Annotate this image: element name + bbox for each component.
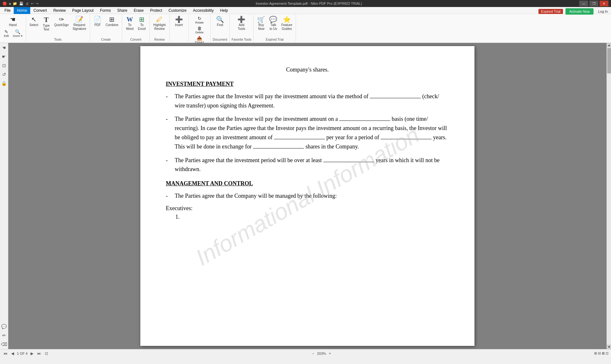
ribbon-group-review: 🖊 HighlightReview Review	[150, 15, 170, 42]
top-right-area: Expired Trial Activate Now Log In	[538, 8, 610, 15]
feature-guides-button[interactable]: ⭐ FeatureGuides	[280, 15, 294, 32]
ribbon-group-favoritetools: ➕ AddTools Favorite Tools	[230, 15, 254, 42]
menu-item-forms[interactable]: Forms	[97, 7, 114, 14]
activate-now-button[interactable]: Activate Now	[565, 8, 593, 15]
menu-item-file[interactable]: File	[1, 7, 14, 14]
buy-now-button[interactable]: 🛒 BuyNow	[256, 15, 267, 32]
sidebar-pointer-icon[interactable]: ☛	[1, 53, 7, 60]
zoom-tool-button[interactable]: 🔍 Zoom ▾	[11, 29, 24, 38]
ribbon: ☚ Hand ✎ Edit 🔍 Zoom ▾ ↖	[0, 14, 611, 43]
menu-item-convert[interactable]: Convert	[30, 7, 50, 14]
minimize-button[interactable]: —	[579, 1, 588, 6]
pdf-section2-bullet: - The Parties agree that the Company wil…	[166, 191, 449, 201]
ribbon-group-document: 🔍 Find Document	[211, 15, 230, 42]
window-controls[interactable]: — ❐ ✕	[579, 1, 608, 6]
quicksign-button[interactable]: ✑ QuickSign	[53, 15, 70, 28]
pdf-icon: 📄	[94, 16, 102, 23]
sidebar-hand-icon[interactable]: ☚	[1, 44, 7, 51]
zoom-in-button[interactable]: +	[328, 351, 332, 356]
menu-item-protect[interactable]: Protect	[147, 7, 165, 14]
scrollbar-right[interactable]: ▲ ▼	[607, 43, 611, 349]
rotate-icon: ↻	[198, 16, 201, 21]
pdf-bullet-2: - The Parties agree that the Investor wi…	[166, 114, 449, 151]
review-group-label: Review	[152, 38, 167, 41]
select-icon: ↖	[31, 16, 37, 23]
select-tool-button[interactable]: ↖ Select	[28, 15, 40, 28]
combine-button[interactable]: ⊞ Combine	[104, 15, 120, 28]
combine-icon: ⊞	[109, 16, 115, 23]
zoom-out-button[interactable]: −	[311, 351, 315, 356]
pdf-viewer[interactable]: Informational Information Company's shar…	[8, 43, 607, 349]
status-bar: ⏮ ◀ 1 OF 4 ▶ ⏭ ⊡ − 203% + ⊞ ⊟ ⊠ ⊡	[0, 349, 611, 357]
title-bar: 🔴■📁💾🖨↩↪ Investor-Agreement-Template.pdf …	[0, 0, 611, 7]
menu-item-pagelayout[interactable]: Page Layout	[69, 7, 97, 14]
sidebar-lock-icon[interactable]: 🔒	[0, 80, 8, 87]
sidebar-zoom-icon[interactable]: ⊡	[1, 62, 7, 69]
insert-button[interactable]: ➕ Insert	[173, 15, 185, 28]
scroll-track[interactable]	[607, 47, 611, 345]
menu-item-share[interactable]: Share	[114, 7, 130, 14]
talk-to-us-button[interactable]: 💬 Talkto Us	[268, 15, 279, 32]
menu-item-review[interactable]: Review	[50, 7, 69, 14]
expired-trial-badge: Expired Trial	[538, 9, 563, 14]
scroll-down-button[interactable]: ▼	[607, 345, 611, 349]
exec-number-1: 1.	[175, 214, 449, 220]
ribbon-group-pagelayout: ↻ Rotate 🗑 Delete 📤 Extract Page Layout	[189, 15, 211, 42]
close-button[interactable]: ✕	[600, 1, 608, 6]
sidebar-rotate-icon[interactable]: ↺	[1, 71, 7, 78]
view-mode-icons: ⊞ ⊟ ⊠ ⊡	[594, 351, 608, 355]
rotate-button[interactable]: ↻ Rotate	[194, 15, 205, 25]
nav-first-button[interactable]: ⏮	[3, 351, 8, 356]
convert-group-label: Convert	[124, 38, 148, 41]
menu-item-accessibility[interactable]: Accessibility	[190, 7, 217, 14]
nav-next-button[interactable]: ▶	[30, 351, 34, 356]
type-text-button[interactable]: T TypeText	[40, 15, 52, 32]
word-icon: W	[127, 16, 133, 23]
delete-button[interactable]: 🗑 Delete	[194, 25, 205, 35]
to-excel-button[interactable]: ⊞ ToExcel	[136, 15, 148, 32]
pdf-page: Informational Information Company's shar…	[140, 46, 474, 346]
highlight-review-button[interactable]: 🖊 HighlightReview	[152, 15, 167, 32]
scroll-up-button[interactable]: ▲	[607, 43, 611, 47]
zoom-level: 203%	[317, 352, 326, 355]
sidebar-pen-icon[interactable]: ✏	[1, 332, 7, 339]
favoritetools-group-label: Favorite Tools	[232, 38, 251, 41]
main-area: ☚ ☛ ⊡ ↺ 🔒 💬 ✏ ⌫ Informational Informatio…	[0, 43, 611, 349]
ribbon-group-tools: ↖ Select T TypeText ✑ QuickSign 📝 Reques…	[26, 15, 90, 42]
sidebar-comment-icon[interactable]: 💬	[0, 323, 8, 330]
ribbon-group-expiredtrial: 🛒 BuyNow 💬 Talkto Us ⭐ FeatureGuides Exp…	[254, 15, 296, 42]
request-sig-icon: 📝	[75, 16, 83, 23]
sidebar-eraser-icon[interactable]: ⌫	[0, 341, 8, 348]
ribbon-content: ☚ Hand ✎ Edit 🔍 Zoom ▾ ↖	[0, 14, 611, 43]
statusbar-right: ⊞ ⊟ ⊠ ⊡	[594, 351, 608, 355]
highlight-icon: 🖊	[156, 16, 163, 23]
statusbar-left: ⏮ ◀ 1 OF 4 ▶ ⏭ ⊡	[3, 351, 49, 356]
add-tools-button[interactable]: ➕ AddTools	[236, 15, 247, 32]
request-signature-button[interactable]: 📝 RequestSignature	[71, 15, 88, 32]
insert-icon: ➕	[175, 16, 183, 23]
buy-icon: 🛒	[257, 16, 265, 23]
fit-page-button[interactable]: ⊡	[44, 351, 49, 356]
nav-prev-button[interactable]: ◀	[10, 351, 15, 356]
ribbon-group-create: 📄 PDF ⊞ Combine Create	[90, 15, 122, 42]
ribbon-group-insert: ➕ Insert	[170, 15, 189, 42]
menu-item-help[interactable]: Help	[217, 7, 231, 14]
menu-item-home[interactable]: Home	[14, 7, 30, 14]
excel-icon: ⊞	[139, 16, 144, 23]
find-button[interactable]: 🔍 Find	[214, 15, 226, 28]
restore-button[interactable]: ❐	[589, 1, 598, 6]
nav-last-button[interactable]: ⏭	[36, 351, 42, 356]
menu-item-customize[interactable]: Customize	[165, 7, 190, 14]
pdf-button[interactable]: 📄 PDF	[92, 15, 103, 28]
investment-payment-heading: INVESTMENT PAYMENT	[166, 81, 449, 87]
hand-tool-button[interactable]: ☚ Hand	[7, 15, 18, 28]
pdf-bullet-1: - The Parties agree that the Investor wi…	[166, 92, 449, 110]
scroll-thumb[interactable]	[607, 48, 611, 73]
hand-icon: ☚	[10, 16, 16, 23]
log-in-button[interactable]: Log In	[596, 9, 610, 14]
menu-item-erase[interactable]: Erase	[130, 7, 147, 14]
ribbon-group-convert: W ToWord ⊞ ToExcel Convert	[122, 15, 150, 42]
edit-tool-button[interactable]: ✎ Edit	[2, 29, 11, 38]
to-word-button[interactable]: W ToWord	[124, 15, 136, 32]
edit-icon: ✎	[4, 29, 8, 34]
